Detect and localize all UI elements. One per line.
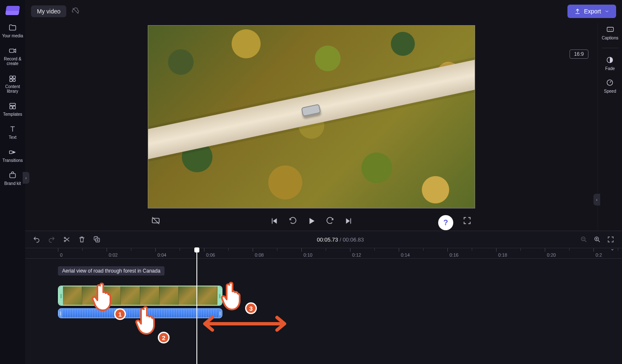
sidebar-item-your-media[interactable]: Your media <box>0 19 25 42</box>
svg-rect-8 <box>10 151 13 154</box>
zoom-in-button[interactable] <box>593 236 601 243</box>
speed-icon <box>606 78 614 87</box>
svg-rect-7 <box>13 106 16 109</box>
ruler-tick: 0:10 <box>301 248 312 258</box>
sidebar-item-label: Captions <box>602 36 618 40</box>
left-sidebar: Your media Record & create Content libra… <box>0 0 25 364</box>
svg-line-22 <box>585 240 586 242</box>
ruler-tick: 0:02 <box>107 248 118 258</box>
sidebar-item-speed[interactable]: Speed <box>604 78 616 94</box>
play-button[interactable] <box>307 216 316 226</box>
ruler-tick: 0 <box>58 248 63 258</box>
camera-icon <box>8 47 17 55</box>
time-display: 00:05.73 / 00:06.83 <box>108 237 572 243</box>
ruler-tick: 0:2 <box>593 248 602 258</box>
ruler-tick: 0:18 <box>496 248 507 258</box>
sidebar-item-label: Your media <box>2 34 23 38</box>
sidebar-item-label: Text <box>9 135 16 140</box>
chevron-down-icon <box>604 9 609 14</box>
sidebar-item-fade[interactable]: Fade <box>605 56 615 71</box>
tutorial-badge-3: 3 <box>245 302 257 314</box>
brandkit-icon <box>8 171 17 179</box>
templates-icon <box>8 102 17 110</box>
ruler-tick: 0:06 <box>204 248 215 258</box>
rewind-button[interactable] <box>288 216 298 226</box>
clip-tooltip: Aerial view of road through forest in Ca… <box>58 266 165 276</box>
delete-button[interactable] <box>78 236 86 243</box>
svg-rect-15 <box>607 27 613 31</box>
undo-button[interactable] <box>33 236 40 243</box>
clip-trim-handle-right[interactable]: ‖ <box>217 286 222 305</box>
sidebar-item-record-create[interactable]: Record & create <box>0 42 25 70</box>
folder-icon <box>8 23 17 32</box>
upload-icon <box>574 8 581 15</box>
project-title[interactable]: My video <box>31 5 66 17</box>
sidebar-item-label: Speed <box>604 89 616 94</box>
clip-thumbnails <box>63 286 217 305</box>
skip-start-button[interactable] <box>270 216 279 226</box>
tutorial-badge-1: 1 <box>114 308 126 320</box>
transitions-icon <box>8 148 17 156</box>
svg-point-4 <box>13 79 16 82</box>
svg-rect-2 <box>13 76 16 78</box>
sidebar-item-text[interactable]: Text <box>0 121 25 144</box>
redo-button[interactable] <box>48 236 55 243</box>
svg-line-25 <box>598 240 600 242</box>
sidebar-item-transitions[interactable]: Transitions <box>0 144 25 167</box>
text-icon <box>8 125 17 133</box>
svg-rect-9 <box>10 174 15 178</box>
ruler-tick: 0:08 <box>253 248 264 258</box>
svg-rect-6 <box>10 106 12 109</box>
sidebar-item-content-library[interactable]: Content library <box>0 70 25 98</box>
help-button[interactable]: ? <box>438 215 453 230</box>
svg-rect-0 <box>10 49 14 52</box>
zoom-fit-button[interactable] <box>607 236 614 243</box>
ruler-tick: 0:04 <box>155 248 166 258</box>
fullscreen-button[interactable] <box>463 216 472 225</box>
ruler-tick: 0:14 <box>399 248 410 258</box>
sidebar-item-label: Content library <box>2 84 24 94</box>
right-sidebar-expand-handle[interactable]: ‹ <box>593 194 600 205</box>
library-icon <box>8 74 17 83</box>
playhead[interactable] <box>196 259 197 364</box>
ruler-tick: 0:12 <box>350 248 361 258</box>
main-column: My video Export 16:9 <box>25 0 622 364</box>
svg-rect-1 <box>10 76 12 78</box>
svg-point-19 <box>64 240 65 242</box>
right-sidebar: Captions Fade Speed ‹ ⌄ <box>598 23 622 231</box>
playhead-knob[interactable] <box>196 248 197 259</box>
audio-clip[interactable]: ‖ ‖ <box>58 308 222 318</box>
sidebar-item-brand-kit[interactable]: Brand kit <box>0 167 25 190</box>
hide-preview-button[interactable] <box>151 216 160 225</box>
preview-area: 16:9 ? <box>25 23 598 231</box>
aspect-ratio-button[interactable]: 16:9 <box>570 49 588 59</box>
export-button[interactable]: Export <box>567 5 616 18</box>
duration: 00:06.83 <box>342 237 364 243</box>
video-canvas[interactable] <box>148 25 475 208</box>
video-clip[interactable]: ‖ ‖ <box>58 286 222 306</box>
svg-point-18 <box>64 237 65 239</box>
timeline-ruler[interactable]: 00:020:040:060:080:100:120:140:160:180:2… <box>25 248 622 259</box>
sidebar-item-templates[interactable]: Templates <box>0 98 25 121</box>
current-time: 00:05.73 <box>317 237 338 243</box>
sidebar-item-captions[interactable]: Captions <box>602 25 618 40</box>
zoom-out-button[interactable] <box>580 236 588 243</box>
duplicate-button[interactable] <box>93 236 101 243</box>
fade-icon <box>606 56 614 64</box>
forward-button[interactable] <box>325 216 335 226</box>
timeline-tracks[interactable]: Aerial view of road through forest in Ca… <box>25 259 622 364</box>
ruler-tick: 0:16 <box>447 248 458 258</box>
cloud-sync-off-icon[interactable] <box>71 7 80 16</box>
svg-rect-5 <box>10 103 15 105</box>
transport-bar: ? <box>148 212 475 230</box>
tutorial-badge-2: 2 <box>158 332 170 343</box>
audio-trim-handle-right[interactable]: ‖ <box>218 309 222 317</box>
timeline-panel: 00:05.73 / 00:06.83 00:020:040:060:080:1… <box>25 231 622 364</box>
skip-end-button[interactable] <box>344 216 353 226</box>
top-bar: My video Export <box>25 0 622 23</box>
time-separator: / <box>338 237 343 243</box>
clip-trim-handle-left[interactable]: ‖ <box>59 286 63 305</box>
app-logo <box>5 6 20 15</box>
split-button[interactable] <box>63 236 71 243</box>
sidebar-item-label: Templates <box>3 112 22 117</box>
